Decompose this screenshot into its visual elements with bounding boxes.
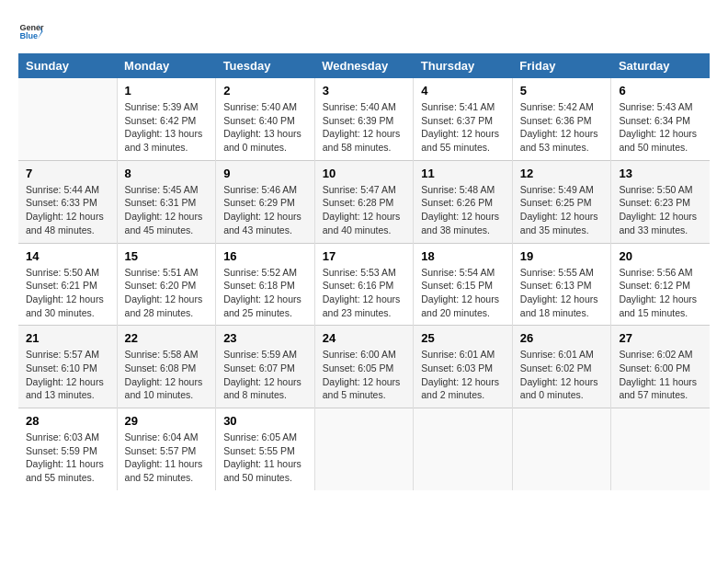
day-info: Sunrise: 5:49 AM Sunset: 6:25 PM Dayligh… — [520, 183, 604, 237]
column-header-tuesday: Tuesday — [216, 53, 315, 78]
calendar-cell: 7Sunrise: 5:44 AM Sunset: 6:33 PM Daylig… — [18, 160, 117, 243]
calendar-cell: 24Sunrise: 6:00 AM Sunset: 6:05 PM Dayli… — [314, 326, 414, 408]
column-header-saturday: Saturday — [611, 53, 710, 78]
day-info: Sunrise: 5:53 AM Sunset: 6:16 PM Dayligh… — [323, 266, 406, 320]
day-info: Sunrise: 6:04 AM Sunset: 5:57 PM Dayligh… — [125, 431, 209, 485]
calendar-cell: 2Sunrise: 5:40 AM Sunset: 6:40 PM Daylig… — [216, 78, 315, 160]
calendar-cell: 19Sunrise: 5:55 AM Sunset: 6:13 PM Dayli… — [512, 243, 611, 326]
calendar-cell: 8Sunrise: 5:45 AM Sunset: 6:31 PM Daylig… — [117, 160, 216, 243]
calendar-cell: 29Sunrise: 6:04 AM Sunset: 5:57 PM Dayli… — [117, 408, 216, 490]
column-header-friday: Friday — [512, 53, 611, 78]
day-info: Sunrise: 5:47 AM Sunset: 6:28 PM Dayligh… — [323, 183, 406, 237]
day-number: 2 — [223, 84, 307, 98]
calendar-cell — [18, 78, 117, 160]
calendar-cell: 17Sunrise: 5:53 AM Sunset: 6:16 PM Dayli… — [314, 243, 414, 326]
day-number: 19 — [520, 249, 604, 263]
day-info: Sunrise: 5:55 AM Sunset: 6:13 PM Dayligh… — [520, 266, 604, 320]
day-info: Sunrise: 5:50 AM Sunset: 6:23 PM Dayligh… — [619, 183, 702, 237]
svg-text:General: General — [19, 23, 44, 32]
day-number: 26 — [520, 331, 604, 345]
day-number: 25 — [421, 331, 505, 345]
day-info: Sunrise: 5:51 AM Sunset: 6:20 PM Dayligh… — [125, 266, 209, 320]
calendar-cell: 22Sunrise: 5:58 AM Sunset: 6:08 PM Dayli… — [117, 326, 216, 408]
calendar-cell: 20Sunrise: 5:56 AM Sunset: 6:12 PM Dayli… — [611, 243, 710, 326]
calendar-cell: 6Sunrise: 5:43 AM Sunset: 6:34 PM Daylig… — [611, 78, 710, 160]
day-number: 3 — [323, 84, 406, 98]
day-info: Sunrise: 5:45 AM Sunset: 6:31 PM Dayligh… — [125, 183, 209, 237]
day-number: 5 — [520, 84, 604, 98]
day-number: 6 — [619, 84, 702, 98]
day-number: 20 — [619, 249, 702, 263]
day-number: 15 — [125, 249, 209, 263]
day-info: Sunrise: 5:40 AM Sunset: 6:40 PM Dayligh… — [223, 100, 307, 155]
day-info: Sunrise: 6:01 AM Sunset: 6:03 PM Dayligh… — [421, 348, 505, 402]
day-info: Sunrise: 6:05 AM Sunset: 5:55 PM Dayligh… — [223, 431, 307, 485]
calendar-cell: 25Sunrise: 6:01 AM Sunset: 6:03 PM Dayli… — [414, 326, 513, 408]
day-info: Sunrise: 5:46 AM Sunset: 6:29 PM Dayligh… — [223, 183, 307, 237]
day-number: 18 — [421, 249, 505, 263]
day-info: Sunrise: 5:42 AM Sunset: 6:36 PM Dayligh… — [520, 100, 604, 155]
day-number: 27 — [619, 331, 702, 345]
day-number: 21 — [26, 331, 109, 345]
column-header-monday: Monday — [117, 53, 216, 78]
week-row-4: 21Sunrise: 5:57 AM Sunset: 6:10 PM Dayli… — [18, 326, 710, 408]
week-row-2: 7Sunrise: 5:44 AM Sunset: 6:33 PM Daylig… — [18, 160, 710, 243]
calendar-cell: 28Sunrise: 6:03 AM Sunset: 5:59 PM Dayli… — [18, 408, 117, 490]
day-info: Sunrise: 5:43 AM Sunset: 6:34 PM Dayligh… — [619, 100, 702, 155]
calendar-cell: 23Sunrise: 5:59 AM Sunset: 6:07 PM Dayli… — [216, 326, 315, 408]
column-header-wednesday: Wednesday — [314, 53, 414, 78]
day-number: 7 — [26, 167, 109, 180]
calendar-cell: 16Sunrise: 5:52 AM Sunset: 6:18 PM Dayli… — [216, 243, 315, 326]
week-row-1: 1Sunrise: 5:39 AM Sunset: 6:42 PM Daylig… — [18, 78, 710, 160]
day-number: 13 — [619, 167, 702, 180]
day-number: 23 — [223, 331, 307, 345]
calendar-cell: 14Sunrise: 5:50 AM Sunset: 6:21 PM Dayli… — [18, 243, 117, 326]
day-info: Sunrise: 5:40 AM Sunset: 6:39 PM Dayligh… — [323, 100, 406, 155]
logo-icon: General Blue — [18, 18, 44, 44]
day-number: 4 — [421, 84, 505, 98]
calendar-cell — [512, 408, 611, 490]
page-header: General Blue — [18, 18, 710, 44]
day-info: Sunrise: 5:59 AM Sunset: 6:07 PM Dayligh… — [223, 348, 307, 402]
day-number: 10 — [323, 167, 406, 180]
day-number: 12 — [520, 167, 604, 180]
day-info: Sunrise: 5:39 AM Sunset: 6:42 PM Dayligh… — [125, 100, 209, 155]
day-number: 11 — [421, 167, 505, 180]
calendar-cell: 9Sunrise: 5:46 AM Sunset: 6:29 PM Daylig… — [216, 160, 315, 243]
column-header-thursday: Thursday — [414, 53, 513, 78]
day-info: Sunrise: 6:03 AM Sunset: 5:59 PM Dayligh… — [26, 431, 109, 485]
week-row-5: 28Sunrise: 6:03 AM Sunset: 5:59 PM Dayli… — [18, 408, 710, 490]
day-number: 16 — [223, 249, 307, 263]
day-info: Sunrise: 5:58 AM Sunset: 6:08 PM Dayligh… — [125, 348, 209, 402]
calendar-cell: 18Sunrise: 5:54 AM Sunset: 6:15 PM Dayli… — [414, 243, 513, 326]
svg-text:Blue: Blue — [19, 31, 38, 40]
calendar-cell — [314, 408, 414, 490]
day-info: Sunrise: 5:41 AM Sunset: 6:37 PM Dayligh… — [421, 100, 505, 155]
day-number: 1 — [125, 84, 209, 98]
calendar-cell: 10Sunrise: 5:47 AM Sunset: 6:28 PM Dayli… — [314, 160, 414, 243]
day-info: Sunrise: 5:44 AM Sunset: 6:33 PM Dayligh… — [26, 183, 109, 237]
day-info: Sunrise: 5:57 AM Sunset: 6:10 PM Dayligh… — [26, 348, 109, 402]
day-info: Sunrise: 5:56 AM Sunset: 6:12 PM Dayligh… — [619, 266, 702, 320]
day-number: 9 — [223, 167, 307, 180]
day-info: Sunrise: 5:50 AM Sunset: 6:21 PM Dayligh… — [26, 266, 109, 320]
calendar-cell: 1Sunrise: 5:39 AM Sunset: 6:42 PM Daylig… — [117, 78, 216, 160]
week-row-3: 14Sunrise: 5:50 AM Sunset: 6:21 PM Dayli… — [18, 243, 710, 326]
calendar-cell: 30Sunrise: 6:05 AM Sunset: 5:55 PM Dayli… — [216, 408, 315, 490]
column-header-sunday: Sunday — [18, 53, 117, 78]
calendar-cell: 11Sunrise: 5:48 AM Sunset: 6:26 PM Dayli… — [414, 160, 513, 243]
day-number: 22 — [125, 331, 209, 345]
calendar-table: SundayMondayTuesdayWednesdayThursdayFrid… — [18, 53, 710, 490]
day-number: 24 — [323, 331, 406, 345]
calendar-cell: 13Sunrise: 5:50 AM Sunset: 6:23 PM Dayli… — [611, 160, 710, 243]
day-number: 28 — [26, 414, 109, 428]
day-info: Sunrise: 5:52 AM Sunset: 6:18 PM Dayligh… — [223, 266, 307, 320]
calendar-cell: 26Sunrise: 6:01 AM Sunset: 6:02 PM Dayli… — [512, 326, 611, 408]
day-number: 29 — [125, 414, 209, 428]
day-number: 17 — [323, 249, 406, 263]
day-info: Sunrise: 5:48 AM Sunset: 6:26 PM Dayligh… — [421, 183, 505, 237]
day-number: 30 — [223, 414, 307, 428]
calendar-cell: 12Sunrise: 5:49 AM Sunset: 6:25 PM Dayli… — [512, 160, 611, 243]
day-info: Sunrise: 5:54 AM Sunset: 6:15 PM Dayligh… — [421, 266, 505, 320]
calendar-cell: 21Sunrise: 5:57 AM Sunset: 6:10 PM Dayli… — [18, 326, 117, 408]
